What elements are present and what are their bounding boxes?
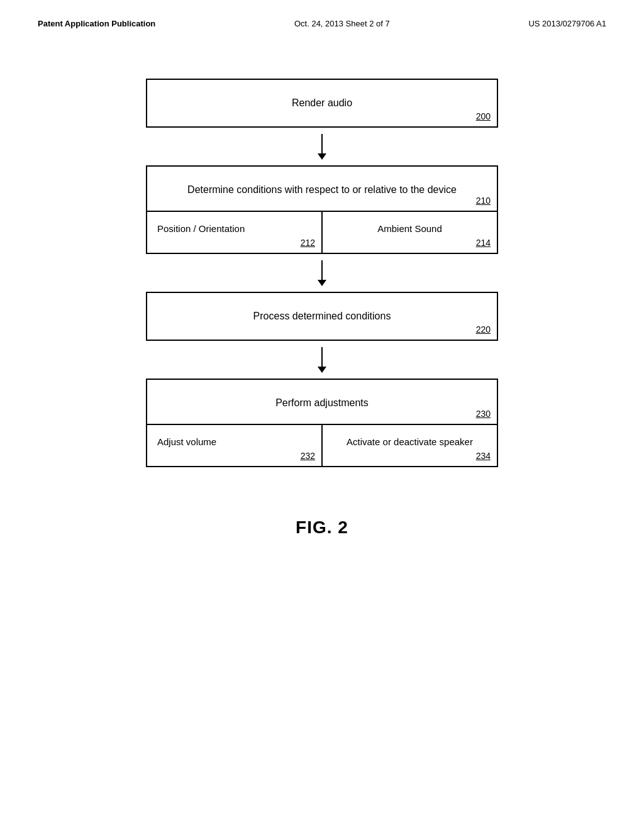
box-212: Position / Orientation 212 — [147, 212, 323, 253]
box-220: Process determined conditions 220 — [146, 292, 498, 341]
box-212-label: Position / Orientation — [157, 223, 245, 234]
header-publication: Patent Application Publication — [38, 19, 155, 28]
box-230-top: Perform adjustments 230 — [147, 380, 497, 425]
box-210-label: Determine conditions with respect to or … — [187, 184, 457, 195]
box-234-label: Activate or deactivate speaker — [347, 436, 473, 447]
box-200-label: Render audio — [147, 80, 497, 126]
arrow-line-3 — [321, 347, 323, 372]
box-212-ref: 212 — [301, 238, 315, 248]
arrow-line-2 — [321, 260, 323, 285]
box-230-sub: Adjust volume 232 Activate or deactivate… — [147, 425, 497, 466]
box-220-ref: 220 — [476, 324, 491, 335]
box-234-ref: 234 — [476, 451, 491, 461]
diagram-area: Render audio 200 Determine conditions wi… — [0, 41, 644, 467]
box-210-top: Determine conditions with respect to or … — [147, 167, 497, 212]
header-patent-number: US 2013/0279706 A1 — [528, 19, 606, 28]
box-210: Determine conditions with respect to or … — [146, 165, 498, 254]
box-200-ref: 200 — [476, 111, 491, 121]
box-230-label: Perform adjustments — [275, 397, 369, 408]
arrow-line-1 — [321, 134, 323, 159]
box-230-ref: 230 — [476, 409, 491, 419]
box-214-label: Ambient Sound — [377, 223, 442, 234]
arrow-2 — [146, 254, 498, 292]
box-232-ref: 232 — [301, 451, 315, 461]
box-214-ref: 214 — [476, 238, 491, 248]
arrow-1 — [146, 128, 498, 165]
arrow-3 — [146, 341, 498, 379]
figure-label: FIG. 2 — [0, 517, 644, 538]
box-234: Activate or deactivate speaker 234 — [323, 425, 497, 466]
box-214: Ambient Sound 214 — [323, 212, 497, 253]
box-230: Perform adjustments 230 Adjust volume 23… — [146, 379, 498, 467]
box-210-sub: Position / Orientation 212 Ambient Sound… — [147, 212, 497, 253]
box-200: Render audio 200 — [146, 79, 498, 128]
box-232-label: Adjust volume — [157, 436, 216, 447]
box-210-ref: 210 — [476, 196, 491, 206]
box-232: Adjust volume 232 — [147, 425, 323, 466]
box-220-label: Process determined conditions — [147, 293, 497, 340]
header-date-sheet: Oct. 24, 2013 Sheet 2 of 7 — [294, 19, 390, 28]
page-header: Patent Application Publication Oct. 24, … — [0, 0, 644, 41]
